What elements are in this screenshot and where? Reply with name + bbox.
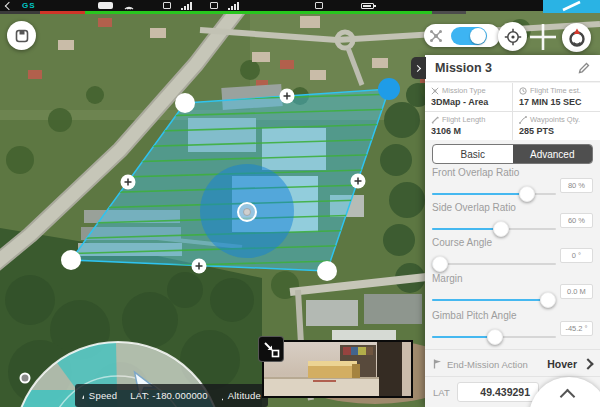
battery-progress-green <box>85 11 432 14</box>
speed-label: Speed <box>89 390 117 401</box>
save-mission-button[interactable] <box>7 21 36 50</box>
altitude-label: Altitude <box>228 390 261 401</box>
vertex-handle <box>317 261 337 281</box>
camera-preview[interactable] <box>262 340 413 398</box>
ruler-icon <box>431 116 439 124</box>
stat-waypoints-qty: Waypoints Qty. 285 PTS <box>513 112 600 140</box>
vertex-handle <box>61 250 81 270</box>
vertex-handle <box>175 93 195 113</box>
back-icon[interactable] <box>5 1 13 9</box>
front-overlap-value[interactable]: 80 % <box>560 178 593 193</box>
margin-value[interactable]: 0.0 M <box>560 284 593 299</box>
app-logo: GS <box>22 1 36 10</box>
mission-title: Mission 3 <box>435 61 578 75</box>
drone-icon <box>431 87 439 95</box>
launch-button[interactable] <box>543 0 600 13</box>
mode-tabs: Basic Advanced <box>432 144 593 164</box>
tab-advanced[interactable]: Advanced <box>513 145 593 163</box>
target-icon <box>504 28 522 46</box>
vertex-handle-selected <box>378 78 400 100</box>
drone-icon <box>429 30 443 42</box>
margin-slider[interactable] <box>432 292 556 308</box>
panel-header: Mission 3 <box>425 55 600 82</box>
side-overlap-slider[interactable] <box>432 221 556 237</box>
tab-basic[interactable]: Basic <box>433 145 513 163</box>
slider-side-overlap: Side Overlap Ratio 60 % <box>425 202 600 236</box>
aircraft-mode-icon <box>98 2 113 9</box>
hd-video-icon <box>210 2 218 9</box>
speed-arrow-icon <box>82 390 84 401</box>
locate-aircraft-button[interactable] <box>498 22 527 51</box>
mission-planner-app: GS <box>0 0 600 407</box>
expand-arrow-icon <box>259 337 283 361</box>
gimbal-pitch-slider[interactable] <box>432 329 556 345</box>
paper-plane-icon <box>563 2 580 10</box>
course-angle-value[interactable]: 0 ° <box>560 248 593 263</box>
altitude-icon <box>221 391 223 401</box>
slider-margin: Margin 0.0 M <box>425 273 600 307</box>
camera-settings-icon[interactable] <box>315 2 323 9</box>
course-angle-slider[interactable] <box>432 256 556 272</box>
gimbal-pitch-value[interactable]: -45.2 ° <box>560 321 593 336</box>
chevron-right-icon <box>582 358 593 369</box>
lat-input[interactable]: 49.439291 <box>457 382 539 402</box>
end-mission-value: Hover <box>547 358 577 370</box>
rc-signal-icon <box>181 2 192 10</box>
telemetry-bar: Speed LAT: -180.000000 Altitude <box>75 384 268 407</box>
status-bar: GS <box>0 0 600 11</box>
stat-mission-type: Mission Type 3DMap - Area <box>425 83 512 111</box>
compass-icon <box>567 28 587 48</box>
rc-antenna-icon <box>123 1 135 10</box>
mission-stats-grid: Mission Type 3DMap - Area Flight Time es… <box>425 83 600 140</box>
midpoint-handle-plus-icon <box>351 174 366 189</box>
progress-segment-dark <box>0 11 40 14</box>
midpoint-handle-plus-icon <box>192 259 207 274</box>
battery-icon <box>361 3 374 9</box>
slider-gimbal-pitch: Gimbal Pitch Angle -45.2 ° <box>425 310 600 344</box>
remote-controller-icon <box>163 2 171 9</box>
save-icon <box>15 29 29 43</box>
edit-pencil-icon[interactable] <box>578 62 590 74</box>
chevron-right-icon <box>414 64 421 71</box>
map-compass-button[interactable] <box>562 23 591 52</box>
stat-flight-length: Flight Length 3106 M <box>425 112 512 140</box>
midpoint-handle-plus-icon <box>121 175 136 190</box>
front-overlap-slider[interactable] <box>432 186 556 202</box>
end-mission-action-row[interactable]: End-Mission Action Hover <box>425 352 600 376</box>
expand-preview-button[interactable] <box>258 336 284 362</box>
side-overlap-value[interactable]: 60 % <box>560 213 593 228</box>
progress-segment-dark-right <box>432 11 466 14</box>
lat-readout: LAT: -180.000000 <box>130 390 208 401</box>
midpoint-handle-plus-icon <box>280 89 295 104</box>
mission-panel: Mission 3 Mission Type 3DMap - Area Flig… <box>425 55 600 407</box>
area-center-marker[interactable] <box>238 203 256 221</box>
panel-collapse-tab[interactable] <box>411 57 426 79</box>
toggle-switch-on[interactable] <box>451 27 487 45</box>
hd-signal-icon <box>228 2 239 10</box>
battery-progress-red <box>40 11 85 14</box>
clock-icon <box>519 87 527 95</box>
slider-front-overlap: Front Overlap Ratio 80 % <box>425 167 600 201</box>
flag-icon <box>433 359 442 369</box>
stat-flight-time: Flight Time est. 17 MIN 15 SEC <box>513 83 600 111</box>
drone-visibility-toggle-pill <box>424 24 500 47</box>
compass-edge-dot <box>21 374 30 383</box>
waypoints-icon <box>519 116 527 124</box>
slider-course-angle: Course Angle 0 ° <box>425 237 600 271</box>
